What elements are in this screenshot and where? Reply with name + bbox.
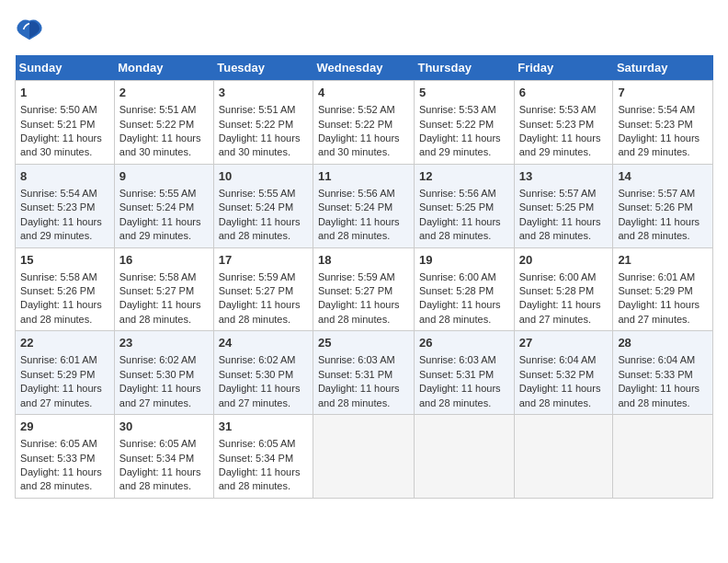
day-number: 22 [20,335,109,351]
day-number: 30 [119,419,209,435]
day-number: 9 [119,168,209,185]
empty-cell [313,415,414,499]
col-header-thursday: Thursday [414,55,514,81]
day-cell-14: 14Sunrise: 5:57 AMSunset: 5:26 PMDayligh… [613,164,713,247]
day-cell-30: 30Sunrise: 6:05 AMSunset: 5:34 PMDayligh… [114,415,213,499]
day-number: 19 [419,252,509,269]
day-cell-5: 5Sunrise: 5:53 AMSunset: 5:22 PMDaylight… [414,81,514,165]
day-number: 21 [618,252,708,269]
day-cell-16: 16Sunrise: 5:58 AMSunset: 5:27 PMDayligh… [114,247,213,331]
day-cell-9: 9Sunrise: 5:55 AMSunset: 5:24 PMDaylight… [114,164,213,247]
col-header-sunday: Sunday [16,55,115,81]
day-number: 23 [119,335,209,351]
day-cell-24: 24Sunrise: 6:02 AMSunset: 5:30 PMDayligh… [213,331,313,415]
day-cell-6: 6Sunrise: 5:53 AMSunset: 5:23 PMDaylight… [514,81,613,165]
day-cell-7: 7Sunrise: 5:54 AMSunset: 5:23 PMDaylight… [613,81,713,165]
day-cell-15: 15Sunrise: 5:58 AMSunset: 5:26 PMDayligh… [16,247,115,331]
col-header-tuesday: Tuesday [213,55,313,81]
day-cell-1: 1Sunrise: 5:50 AMSunset: 5:21 PMDaylight… [16,81,115,165]
col-header-friday: Friday [514,55,613,81]
week-row-5: 29Sunrise: 6:05 AMSunset: 5:33 PMDayligh… [16,415,713,499]
day-cell-20: 20Sunrise: 6:00 AMSunset: 5:28 PMDayligh… [514,247,613,331]
day-number: 20 [519,252,609,269]
day-cell-2: 2Sunrise: 5:51 AMSunset: 5:22 PMDaylight… [114,81,213,165]
empty-cell [613,415,713,499]
day-cell-22: 22Sunrise: 6:01 AMSunset: 5:29 PMDayligh… [16,331,115,415]
day-number: 24 [219,335,308,351]
day-number: 3 [219,85,308,101]
day-cell-4: 4Sunrise: 5:52 AMSunset: 5:22 PMDaylight… [313,81,414,165]
week-row-1: 1Sunrise: 5:50 AMSunset: 5:21 PMDaylight… [16,81,713,165]
day-number: 25 [318,335,409,351]
day-number: 1 [20,85,109,101]
empty-cell [514,415,613,499]
day-cell-17: 17Sunrise: 5:59 AMSunset: 5:27 PMDayligh… [213,247,313,331]
week-row-3: 15Sunrise: 5:58 AMSunset: 5:26 PMDayligh… [16,247,713,331]
day-number: 10 [219,168,308,185]
day-number: 16 [119,252,209,269]
day-cell-8: 8Sunrise: 5:54 AMSunset: 5:23 PMDaylight… [16,164,115,247]
day-cell-18: 18Sunrise: 5:59 AMSunset: 5:27 PMDayligh… [313,247,414,331]
day-number: 31 [219,419,308,435]
day-cell-26: 26Sunrise: 6:03 AMSunset: 5:31 PMDayligh… [414,331,514,415]
day-cell-29: 29Sunrise: 6:05 AMSunset: 5:33 PMDayligh… [16,415,115,499]
col-header-monday: Monday [114,55,213,81]
day-number: 4 [318,85,409,101]
day-number: 17 [219,252,308,269]
day-number: 14 [618,168,708,185]
week-row-2: 8Sunrise: 5:54 AMSunset: 5:23 PMDaylight… [16,164,713,247]
day-number: 28 [618,335,708,351]
day-cell-11: 11Sunrise: 5:56 AMSunset: 5:24 PMDayligh… [313,164,414,247]
calendar-header-row: SundayMondayTuesdayWednesdayThursdayFrid… [16,55,713,81]
day-number: 11 [318,168,409,185]
day-number: 2 [119,85,209,101]
day-number: 7 [618,85,708,101]
col-header-wednesday: Wednesday [313,55,414,81]
day-cell-28: 28Sunrise: 6:04 AMSunset: 5:33 PMDayligh… [613,331,713,415]
day-cell-31: 31Sunrise: 6:05 AMSunset: 5:34 PMDayligh… [213,415,313,499]
day-number: 27 [519,335,609,351]
empty-cell [414,415,514,499]
day-number: 5 [419,85,509,101]
day-number: 29 [20,419,109,435]
logo-icon [15,15,44,44]
day-cell-12: 12Sunrise: 5:56 AMSunset: 5:25 PMDayligh… [414,164,514,247]
day-cell-10: 10Sunrise: 5:55 AMSunset: 5:24 PMDayligh… [213,164,313,247]
day-cell-21: 21Sunrise: 6:01 AMSunset: 5:29 PMDayligh… [613,247,713,331]
day-number: 15 [20,252,109,269]
logo [15,15,48,44]
day-number: 6 [519,85,609,101]
day-number: 8 [20,168,109,185]
day-cell-13: 13Sunrise: 5:57 AMSunset: 5:25 PMDayligh… [514,164,613,247]
day-number: 12 [419,168,509,185]
day-number: 26 [419,335,509,351]
col-header-saturday: Saturday [613,55,713,81]
calendar-table: SundayMondayTuesdayWednesdayThursdayFrid… [15,55,713,499]
day-cell-3: 3Sunrise: 5:51 AMSunset: 5:22 PMDaylight… [213,81,313,165]
day-cell-25: 25Sunrise: 6:03 AMSunset: 5:31 PMDayligh… [313,331,414,415]
day-number: 18 [318,252,409,269]
day-cell-23: 23Sunrise: 6:02 AMSunset: 5:30 PMDayligh… [114,331,213,415]
page-header [15,15,713,44]
day-cell-27: 27Sunrise: 6:04 AMSunset: 5:32 PMDayligh… [514,331,613,415]
week-row-4: 22Sunrise: 6:01 AMSunset: 5:29 PMDayligh… [16,331,713,415]
day-cell-19: 19Sunrise: 6:00 AMSunset: 5:28 PMDayligh… [414,247,514,331]
day-number: 13 [519,168,609,185]
